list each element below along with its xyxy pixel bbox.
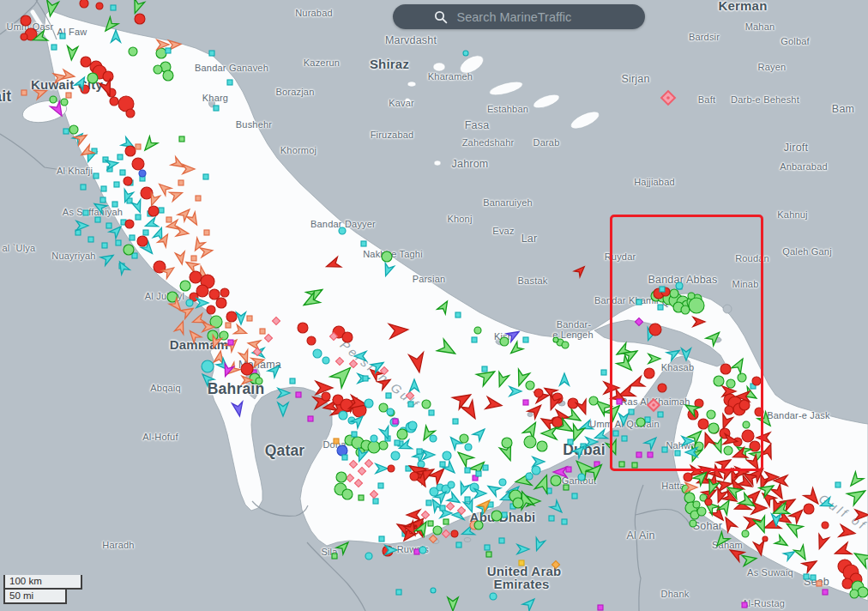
vessel-marker[interactable] — [440, 505, 445, 511]
vessel-marker[interactable] — [143, 230, 148, 235]
vessel-marker[interactable] — [408, 421, 417, 430]
vessel-marker[interactable] — [45, 0, 59, 17]
vessel-marker[interactable] — [264, 334, 272, 342]
vessel-marker[interactable] — [365, 399, 373, 408]
vessel-marker[interactable] — [296, 392, 301, 397]
vessel-marker[interactable] — [100, 197, 105, 203]
vessel-marker[interactable] — [562, 342, 569, 348]
vessel-marker[interactable] — [517, 545, 529, 554]
vessel-marker[interactable] — [290, 378, 295, 384]
vessel-marker[interactable] — [429, 535, 437, 542]
vessel-marker[interactable] — [550, 500, 565, 516]
vessel-marker[interactable] — [247, 338, 261, 349]
vessel-marker[interactable] — [234, 324, 249, 337]
vessel-marker[interactable] — [238, 350, 251, 365]
vessel-marker[interactable] — [358, 467, 365, 475]
vessel-marker[interactable] — [214, 106, 219, 111]
vessel-marker[interactable] — [847, 485, 868, 505]
vessel-marker[interactable] — [763, 536, 768, 541]
vessel-marker[interactable] — [352, 432, 357, 437]
vessel-marker[interactable] — [485, 545, 490, 550]
vessel-marker[interactable] — [241, 363, 253, 375]
vessel-marker[interactable] — [87, 73, 98, 83]
vessel-marker[interactable] — [822, 522, 829, 529]
vessel-marker[interactable] — [154, 65, 162, 74]
vessel-marker[interactable] — [761, 442, 775, 458]
vessel-marker[interactable] — [598, 605, 603, 610]
vessel-marker[interactable] — [156, 180, 172, 195]
vessel-marker[interactable] — [130, 235, 135, 240]
vessel-marker[interactable] — [491, 511, 502, 521]
vessel-marker[interactable] — [393, 419, 398, 424]
vessel-marker[interactable] — [775, 535, 790, 550]
vessel-marker[interactable] — [499, 479, 506, 486]
vessel-marker[interactable] — [227, 80, 232, 85]
vessel-marker[interactable] — [50, 96, 57, 103]
vessel-marker[interactable] — [180, 305, 196, 319]
vessel-marker[interactable] — [586, 438, 598, 447]
vessel-marker[interactable] — [322, 357, 329, 364]
vessel-marker[interactable] — [370, 490, 377, 498]
vessel-marker[interactable] — [220, 288, 229, 297]
vessel-marker[interactable] — [179, 136, 184, 142]
vessel-marker[interactable] — [136, 144, 141, 149]
vessel-marker[interactable] — [396, 590, 401, 595]
vessel-marker[interactable] — [103, 71, 113, 82]
vessel-marker[interactable] — [386, 393, 391, 398]
vessel-marker[interactable] — [126, 109, 135, 118]
vessel-marker[interactable] — [409, 353, 427, 374]
vessel-marker[interactable] — [684, 473, 692, 481]
vessel-marker[interactable] — [21, 90, 27, 95]
vessel-marker[interactable] — [410, 472, 419, 481]
vessel-marker[interactable] — [519, 560, 524, 566]
vessel-marker[interactable] — [568, 439, 573, 445]
vessel-marker[interactable] — [451, 530, 458, 537]
vessel-marker[interactable] — [322, 392, 330, 401]
vessel-marker[interactable] — [382, 251, 392, 262]
vessel-marker[interactable] — [523, 337, 528, 342]
vessel-marker[interactable] — [342, 489, 353, 499]
vessel-marker[interactable] — [209, 289, 220, 299]
vessel-marker[interactable] — [342, 455, 347, 460]
vessel-marker[interactable] — [166, 48, 171, 53]
vessel-marker[interactable] — [502, 512, 507, 517]
vessel-marker[interactable] — [132, 253, 137, 258]
vessel-marker[interactable] — [365, 459, 372, 467]
vessel-marker[interactable] — [418, 461, 425, 468]
vessel-marker[interactable] — [549, 516, 554, 521]
vessel-marker[interactable] — [111, 5, 116, 10]
vessel-marker[interactable] — [124, 245, 134, 255]
vessel-marker[interactable] — [562, 519, 567, 524]
vessel-marker[interactable] — [431, 588, 436, 593]
vessel-marker[interactable] — [373, 499, 378, 504]
vessel-marker[interactable] — [228, 340, 233, 345]
vessel-marker[interactable] — [171, 157, 186, 172]
vessel-marker[interactable] — [564, 485, 569, 490]
vessel-marker[interactable] — [175, 251, 186, 265]
vessel-marker[interactable] — [533, 457, 545, 467]
vessel-marker[interactable] — [448, 481, 455, 488]
vessel-marker[interactable] — [260, 329, 265, 334]
vessel-marker[interactable] — [116, 240, 121, 245]
vessel-marker[interactable] — [578, 474, 585, 481]
vessel-marker[interactable] — [202, 360, 214, 372]
vessel-marker[interactable] — [207, 306, 215, 314]
vessel-marker[interactable] — [118, 154, 123, 160]
vessel-marker[interactable] — [342, 332, 353, 342]
vessel-marker[interactable] — [456, 542, 461, 547]
vessel-marker[interactable] — [106, 223, 112, 228]
vessel-marker[interactable] — [455, 312, 461, 318]
vessel-marker[interactable] — [850, 590, 859, 598]
vessel-marker[interactable] — [216, 298, 226, 308]
vessel-marker[interactable] — [552, 560, 559, 568]
vessel-marker[interactable] — [96, 3, 103, 9]
vessel-marker[interactable] — [727, 546, 744, 562]
vessel-marker[interactable] — [502, 438, 512, 448]
vessel-marker[interactable] — [129, 47, 137, 56]
vessel-marker[interactable] — [509, 387, 521, 396]
vessel-marker[interactable] — [200, 245, 214, 257]
vessel-marker[interactable] — [858, 587, 868, 597]
vessel-marker[interactable] — [125, 146, 136, 156]
vessel-marker[interactable] — [381, 263, 394, 278]
vessel-marker[interactable] — [324, 257, 341, 271]
